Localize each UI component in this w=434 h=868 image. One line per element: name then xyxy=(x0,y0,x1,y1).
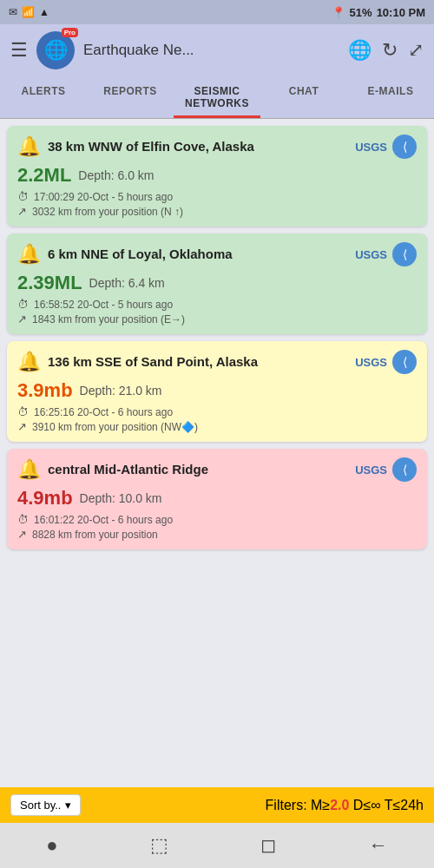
earthquake-magnitude-2: 2.39ML xyxy=(17,272,82,294)
sort-label: Sort by.. xyxy=(20,799,61,812)
earthquake-time-2: 16:58:52 20-Oct - 5 hours ago xyxy=(34,299,173,311)
earthquake-depth-1: Depth: 6.0 km xyxy=(78,168,154,182)
share-button-3[interactable]: ⟨ xyxy=(392,350,417,374)
globe-icon: 🌐 xyxy=(44,39,68,62)
battery-text: 51% xyxy=(350,6,372,19)
earthquake-list: 🔔 38 km WNW of Elfin Cove, Alaska USGS ⟨… xyxy=(0,119,434,643)
app-title: Earthquake Ne... xyxy=(83,42,194,59)
earthquake-depth-4: Depth: 10.0 km xyxy=(80,491,162,505)
earthquake-location-3: 136 km SSE of Sand Point, Alaska xyxy=(48,353,355,371)
sort-chevron-icon: ▾ xyxy=(65,799,71,812)
earthquake-time-1: 17:00:29 20-Oct - 5 hours ago xyxy=(34,191,173,203)
menu-icon[interactable]: ☰ xyxy=(10,39,28,62)
filter-rest: D≤∞ T≤24h xyxy=(349,798,424,812)
earthquake-source-2: USGS xyxy=(355,248,387,261)
earthquake-magnitude-3: 3.9mb xyxy=(17,379,73,402)
app-logo: 🌐 Pro xyxy=(36,31,75,69)
sort-button[interactable]: Sort by.. ▾ xyxy=(10,794,81,816)
nav-menu-icon[interactable]: ⬚ xyxy=(150,834,168,857)
time-text: 10:10 PM xyxy=(377,6,425,19)
share-button-4[interactable]: ⟨ xyxy=(392,457,417,482)
tab-seismic[interactable]: SEISMIC NETWORKS xyxy=(174,76,260,118)
earthquake-card-4[interactable]: 🔔 central Mid-Atlantic Ridge USGS ⟨ 4.9m… xyxy=(7,449,427,549)
nav-home-icon[interactable]: ● xyxy=(46,834,57,857)
header-left: ☰ 🌐 Pro Earthquake Ne... xyxy=(10,31,194,69)
wifi-icon: ▲ xyxy=(39,6,49,18)
earthquake-icon-1: 🔔 xyxy=(17,135,41,158)
time-icon-1: ⏱ xyxy=(17,190,29,203)
earthquake-time-4: 16:01:22 20-Oct - 6 hours ago xyxy=(34,514,173,526)
navigation-bar: ● ⬚ ◻ ← xyxy=(0,823,434,868)
earthquake-distance-1: 3032 km from your position (N ↑) xyxy=(32,206,183,218)
earthquake-distance-3: 3910 km from your position (NW🔷) xyxy=(32,421,198,433)
signal-icon: 📶 xyxy=(22,6,35,18)
tab-emails[interactable]: E-MAILS xyxy=(347,76,434,118)
status-right: 📍 51% 10:10 PM xyxy=(332,6,425,19)
pro-badge: Pro xyxy=(62,28,78,37)
earthquake-magnitude-1: 2.2ML xyxy=(17,164,71,187)
earthquake-magnitude-4: 4.9mb xyxy=(17,487,73,510)
earthquake-distance-2: 1843 km from your position (E→) xyxy=(32,313,185,326)
earthquake-source-3: USGS xyxy=(355,356,387,369)
nav-square-icon[interactable]: ◻ xyxy=(260,834,276,857)
nav-back-icon[interactable]: ← xyxy=(369,834,388,857)
header-icons: 🌐 ↻ ⤢ xyxy=(348,39,424,62)
globe-nav-icon[interactable]: 🌐 xyxy=(348,39,372,62)
earthquake-location-2: 6 km NNE of Loyal, Oklahoma xyxy=(48,246,355,263)
status-left: ✉ 📶 ▲ xyxy=(9,6,49,18)
tab-bar: ALERTS REPORTS SEISMIC NETWORKS CHAT E-M… xyxy=(0,76,434,119)
filter-text: Filters: M≥ xyxy=(266,798,331,812)
share-button-2[interactable]: ⟨ xyxy=(392,242,417,266)
earthquake-icon-3: 🔔 xyxy=(17,351,41,373)
earthquake-card-2[interactable]: 🔔 6 km NNE of Loyal, Oklahoma USGS ⟨ 2.3… xyxy=(7,233,427,334)
location-icon: 📍 xyxy=(332,6,345,19)
tab-alerts[interactable]: ALERTS xyxy=(0,76,87,118)
tab-reports[interactable]: REPORTS xyxy=(87,76,174,118)
bottom-bar: Sort by.. ▾ Filters: M≥2.0 D≤∞ T≤24h ● ⬚… xyxy=(0,787,434,868)
earthquake-depth-2: Depth: 6.4 km xyxy=(89,276,165,290)
refresh-icon[interactable]: ↻ xyxy=(382,39,398,62)
filter-info: Filters: M≥2.0 D≤∞ T≤24h xyxy=(266,798,424,813)
time-icon-2: ⏱ xyxy=(17,298,29,311)
earthquake-icon-2: 🔔 xyxy=(17,243,41,266)
tab-chat[interactable]: CHAT xyxy=(260,76,347,118)
distance-icon-4: ↗ xyxy=(17,528,27,541)
message-icon: ✉ xyxy=(9,6,17,18)
app-header: ☰ 🌐 Pro Earthquake Ne... 🌐 ↻ ⤢ xyxy=(0,24,434,76)
earthquake-source-4: USGS xyxy=(355,464,387,477)
time-icon-3: ⏱ xyxy=(17,405,29,418)
time-icon-4: ⏱ xyxy=(17,513,29,526)
filter-bar: Sort by.. ▾ Filters: M≥2.0 D≤∞ T≤24h xyxy=(0,787,434,823)
earthquake-card-3[interactable]: 🔔 136 km SSE of Sand Point, Alaska USGS … xyxy=(7,341,427,442)
earthquake-time-3: 16:25:16 20-Oct - 6 hours ago xyxy=(34,406,173,418)
earthquake-depth-3: Depth: 21.0 km xyxy=(80,384,162,398)
share-button-1[interactable]: ⟨ xyxy=(392,135,417,159)
earthquake-distance-4: 8828 km from your position xyxy=(32,529,158,541)
status-bar: ✉ 📶 ▲ 📍 51% 10:10 PM xyxy=(0,0,434,24)
earthquake-location-1: 38 km WNW of Elfin Cove, Alaska xyxy=(48,138,355,155)
distance-icon-3: ↗ xyxy=(17,420,27,433)
earthquake-icon-4: 🔔 xyxy=(17,458,41,481)
earthquake-source-1: USGS xyxy=(355,141,387,154)
earthquake-card-1[interactable]: 🔔 38 km WNW of Elfin Cove, Alaska USGS ⟨… xyxy=(7,126,427,227)
distance-icon-2: ↗ xyxy=(17,312,27,326)
distance-icon-1: ↗ xyxy=(17,205,27,218)
expand-icon[interactable]: ⤢ xyxy=(408,39,424,62)
filter-mag: 2.0 xyxy=(330,798,349,812)
earthquake-location-4: central Mid-Atlantic Ridge xyxy=(48,461,355,478)
